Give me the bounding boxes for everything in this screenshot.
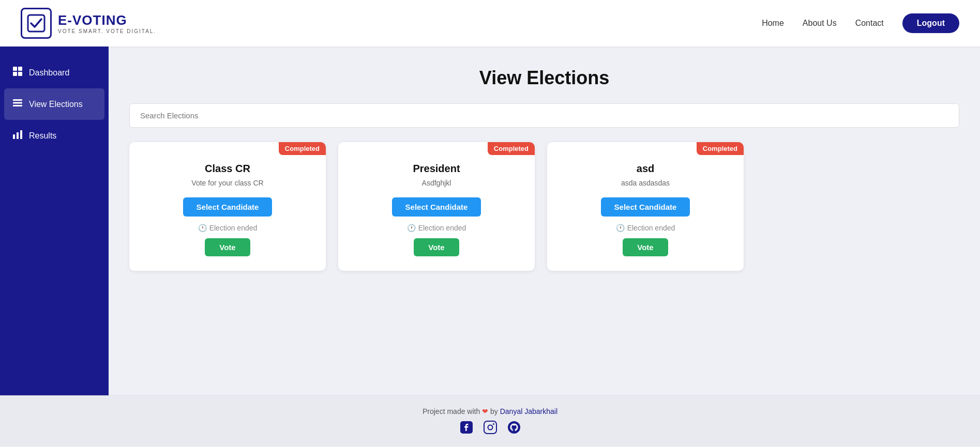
election-ended-asd: 🕐 Election ended <box>616 224 675 232</box>
main-layout: Dashboard View Elections Results <box>0 47 980 395</box>
sidebar-item-results[interactable]: Results <box>0 120 109 151</box>
logo-subtitle: VOTE SMART. VOTE DIGITAL. <box>58 28 156 34</box>
dashboard-icon <box>12 66 23 79</box>
svg-rect-6 <box>13 102 22 104</box>
page-title: View Elections <box>129 67 959 89</box>
svg-rect-9 <box>17 132 19 139</box>
svg-rect-5 <box>13 99 22 101</box>
election-ended-class-cr: 🕐 Election ended <box>198 224 258 232</box>
heart-icon: ❤ <box>482 407 488 415</box>
sidebar-dashboard-label: Dashboard <box>29 68 69 78</box>
vote-button-asd[interactable]: Vote <box>623 238 668 256</box>
footer-by-text: by <box>490 407 500 415</box>
nav-home[interactable]: Home <box>762 19 784 28</box>
nav-contact[interactable]: Contact <box>855 19 884 28</box>
results-icon <box>12 129 23 142</box>
sidebar: Dashboard View Elections Results <box>0 47 109 395</box>
select-candidate-button-asd[interactable]: Select Candidate <box>601 197 690 217</box>
svg-point-13 <box>488 425 492 430</box>
svg-rect-12 <box>484 421 496 434</box>
election-title-class-cr: Class CR <box>205 163 250 175</box>
logo-area: E-VOTING VOTE SMART. VOTE DIGITAL. <box>21 8 156 39</box>
footer-author: Danyal Jabarkhail <box>500 407 557 415</box>
navbar: E-VOTING VOTE SMART. VOTE DIGITAL. Home … <box>0 0 980 47</box>
clock-icon-asd: 🕐 <box>616 224 625 232</box>
election-card-class-cr: Completed Class CR Vote for your class C… <box>129 142 326 271</box>
sidebar-item-view-elections[interactable]: View Elections <box>4 88 104 120</box>
status-badge-class-cr: Completed <box>279 142 326 155</box>
vote-button-president[interactable]: Vote <box>414 238 459 256</box>
vote-button-class-cr[interactable]: Vote <box>205 238 250 256</box>
svg-rect-3 <box>13 72 17 76</box>
footer: Project made with ❤ by Danyal Jabarkhail <box>0 395 980 446</box>
nav-about[interactable]: About Us <box>803 19 837 28</box>
svg-rect-1 <box>13 67 17 71</box>
sidebar-view-elections-label: View Elections <box>29 100 83 109</box>
election-desc-asd: asda asdasdas <box>621 179 670 187</box>
search-input[interactable] <box>129 103 959 128</box>
election-title-president: President <box>413 163 460 175</box>
svg-rect-8 <box>13 134 15 139</box>
svg-rect-2 <box>18 67 22 71</box>
nav-links: Home About Us Contact Logout <box>762 13 959 33</box>
status-badge-president: Completed <box>488 142 535 155</box>
github-icon[interactable] <box>507 421 521 437</box>
svg-rect-4 <box>18 72 22 76</box>
logout-button[interactable]: Logout <box>902 13 959 33</box>
clock-icon-class-cr: 🕐 <box>198 224 207 232</box>
svg-rect-10 <box>20 130 22 139</box>
select-candidate-button-class-cr[interactable]: Select Candidate <box>183 197 273 217</box>
election-desc-class-cr: Vote for your class CR <box>191 179 263 187</box>
election-card-president: Completed President Asdfghjkl Select Can… <box>338 142 535 271</box>
select-candidate-button-president[interactable]: Select Candidate <box>392 197 481 217</box>
footer-icons <box>0 421 980 437</box>
election-ended-president: 🕐 Election ended <box>407 224 466 232</box>
footer-project-text: Project made with <box>423 407 482 415</box>
footer-credit: Project made with ❤ by Danyal Jabarkhail <box>0 407 980 415</box>
logo-title: E-VOTING <box>58 12 156 28</box>
instagram-icon[interactable] <box>484 421 497 437</box>
clock-icon-president: 🕐 <box>407 224 416 232</box>
election-card-asd: Completed asd asda asdasdas Select Candi… <box>547 142 744 271</box>
election-title-asd: asd <box>637 163 654 175</box>
elections-grid: Completed Class CR Vote for your class C… <box>129 142 959 271</box>
sidebar-results-label: Results <box>29 131 56 141</box>
election-desc-president: Asdfghjkl <box>422 179 451 187</box>
logo-icon <box>21 8 52 39</box>
facebook-icon[interactable] <box>460 421 473 437</box>
svg-point-14 <box>493 423 494 425</box>
sidebar-item-dashboard[interactable]: Dashboard <box>0 57 109 88</box>
svg-point-15 <box>508 421 520 434</box>
logo-text: E-VOTING VOTE SMART. VOTE DIGITAL. <box>58 12 156 34</box>
view-elections-icon <box>12 98 23 111</box>
content-area: View Elections Completed Class CR Vote f… <box>109 47 980 395</box>
svg-rect-7 <box>13 105 22 106</box>
status-badge-asd: Completed <box>697 142 744 155</box>
